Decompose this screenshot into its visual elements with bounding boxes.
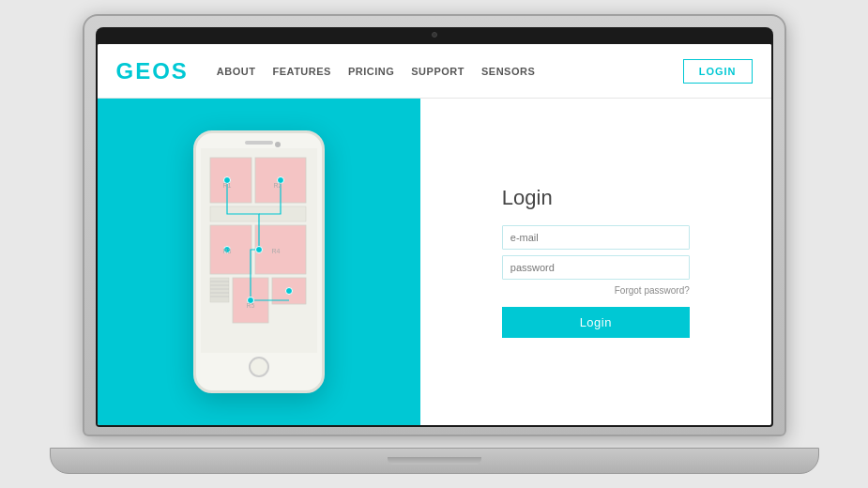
laptop-base: [50, 448, 819, 474]
nav-links: ABOUT FEATURES PRICING SUPPORT SENSORS: [217, 66, 683, 77]
webcam: [432, 32, 437, 38]
svg-text:R5: R5: [246, 302, 254, 309]
nav-pricing[interactable]: PRICING: [348, 66, 394, 77]
login-title: Login: [502, 186, 690, 210]
svg-text:R1: R1: [222, 182, 231, 189]
phone-mockup: R1 R2 R3 R4 R5: [193, 130, 325, 393]
navbar: GEOS ABOUT FEATURES PRICING SUPPORT SENS…: [98, 44, 771, 99]
nav-login-button[interactable]: LOGIN: [683, 59, 753, 84]
svg-point-17: [255, 247, 262, 253]
phone-speaker: [245, 141, 273, 145]
svg-point-19: [285, 288, 292, 295]
floor-plan: R1 R2 R3 R4 R5: [201, 148, 317, 353]
phone-camera: [275, 142, 281, 147]
nav-features[interactable]: FEATURES: [272, 66, 330, 77]
nav-support[interactable]: SUPPORT: [411, 66, 464, 77]
laptop-hinge: [388, 457, 481, 465]
screen-content: GEOS ABOUT FEATURES PRICING SUPPORT SENS…: [98, 44, 771, 425]
logo: GEOS: [116, 58, 189, 84]
svg-text:R3: R3: [222, 248, 231, 254]
svg-text:R2: R2: [273, 182, 282, 189]
email-input[interactable]: [502, 225, 690, 250]
laptop-wrapper: GEOS ABOUT FEATURES PRICING SUPPORT SENS…: [50, 14, 819, 474]
forgot-password-link[interactable]: Forgot password?: [502, 285, 690, 296]
nav-sensors[interactable]: SENSORS: [481, 66, 535, 77]
main-area: R1 R2 R3 R4 R5: [98, 99, 771, 425]
left-panel: R1 R2 R3 R4 R5: [98, 99, 421, 425]
nav-about[interactable]: ABOUT: [217, 66, 256, 77]
phone-screen: R1 R2 R3 R4 R5: [201, 148, 317, 353]
right-panel: Login Forgot password? Login: [420, 99, 770, 425]
login-submit-button[interactable]: Login: [502, 307, 690, 338]
laptop-bezel: GEOS ABOUT FEATURES PRICING SUPPORT SENS…: [96, 27, 773, 427]
svg-rect-5: [255, 225, 306, 274]
login-form: Login Forgot password? Login: [502, 186, 690, 338]
phone-home-button: [249, 357, 269, 377]
laptop-screen: GEOS ABOUT FEATURES PRICING SUPPORT SENS…: [83, 14, 786, 436]
password-input[interactable]: [502, 255, 690, 280]
svg-text:R4: R4: [271, 248, 280, 254]
